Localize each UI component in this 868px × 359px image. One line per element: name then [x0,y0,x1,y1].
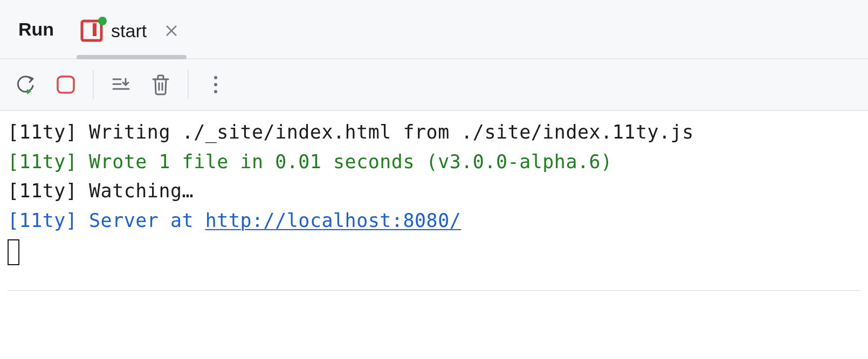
svg-point-8 [214,76,217,79]
console-line: [11ty] Wrote 1 file in 0.01 seconds (v3.… [8,147,860,177]
tab-start[interactable]: start [80,0,183,58]
svg-point-9 [214,83,217,86]
toolbar-separator [188,70,189,99]
console-line: [11ty] Writing ./_site/index.html from .… [8,118,860,147]
tab-label: start [111,20,147,42]
tab-underline [77,55,187,59]
svg-point-10 [214,90,217,93]
run-toolbar [0,59,868,111]
panel-title: Run [6,19,54,40]
console-line-server: [11ty] Server at http://localhost:8080/ [8,206,860,236]
npm-icon [80,19,104,43]
clear-all-button[interactable] [146,70,176,100]
console-bottom-border [8,290,860,291]
run-panel-header: Run start [0,0,868,59]
server-url-link[interactable]: http://localhost:8080/ [205,210,461,231]
scroll-to-end-button[interactable] [106,70,136,100]
close-tab-button[interactable] [160,19,183,43]
rerun-button[interactable] [11,70,41,100]
running-indicator-dot [98,17,107,25]
more-options-button[interactable] [201,70,231,100]
console-line: [11ty] Watching… [8,176,860,206]
toolbar-separator [93,70,94,99]
console-cursor [8,239,19,265]
svg-rect-2 [58,77,74,93]
svg-rect-1 [93,23,97,36]
stop-button[interactable] [51,70,81,100]
console-output[interactable]: [11ty] Writing ./_site/index.html from .… [0,111,868,291]
svg-rect-0 [82,21,101,40]
